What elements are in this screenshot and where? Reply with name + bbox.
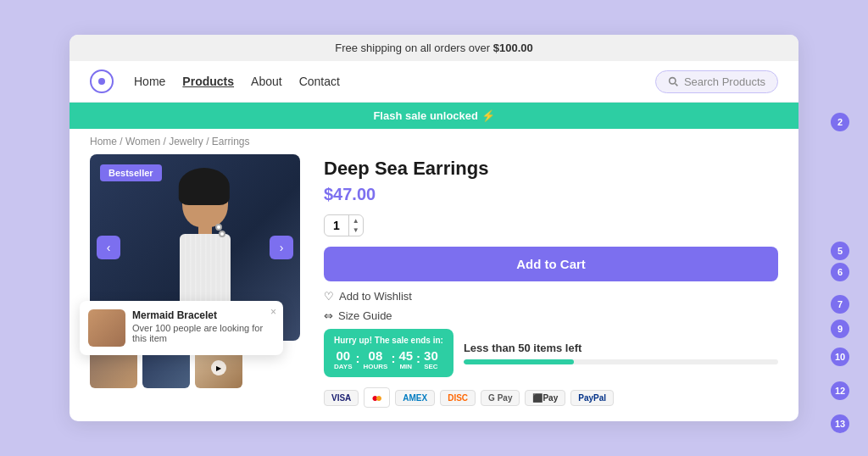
banner-text-suffix: on all orders over [402, 42, 493, 54]
days-label: DAYS [334, 363, 353, 370]
min-label: MIN [398, 363, 413, 370]
popup-text-area: Mermaid Bracelet Over 100 people are loo… [132, 309, 275, 347]
navigation: Home Products About Contact Search Produ… [70, 61, 798, 103]
payment-amex: AMEX [395, 390, 435, 406]
size-guide-label: Size Guide [338, 309, 392, 322]
min-unit: 45 MIN [398, 348, 413, 370]
hours-label: HOURS [364, 363, 388, 370]
nav-contact[interactable]: Contact [299, 74, 340, 89]
add-to-cart-button[interactable]: Add to Cart [324, 247, 778, 281]
annotation-6: 6 [831, 263, 849, 281]
popup-close-button[interactable]: × [270, 306, 276, 318]
min-value: 45 [398, 348, 413, 363]
size-guide-icon: ⇔ [324, 309, 333, 322]
colon-2: : [391, 351, 395, 365]
countdown-box: Hurry up! The sale ends in: 00 DAYS : 08… [324, 329, 453, 377]
breadcrumb: Home / Women / Jewelry / Earrings [70, 129, 798, 154]
hours-unit: 08 HOURS [364, 348, 388, 370]
stock-fill [464, 359, 574, 364]
flash-sale-bar: Flash sale unlocked ⚡ [70, 103, 798, 129]
sec-value: 30 [424, 348, 438, 363]
payment-icons: VISA ●● AMEX DISC G Pay ⬛Pay PayPal [324, 387, 778, 408]
woman-hair [179, 168, 230, 205]
stock-box: Less than 50 items left [464, 342, 778, 364]
hours-value: 08 [364, 348, 388, 363]
payment-google-pay: G Pay [481, 390, 520, 406]
countdown-timer: 00 DAYS : 08 HOURS : 45 MIN [334, 348, 443, 370]
annotation-9: 9 [831, 320, 849, 338]
top-banner: Free shipping on all orders over $100.00 [70, 35, 798, 61]
image-prev-button[interactable]: ‹ [97, 236, 120, 259]
flash-sale-text: Flash sale unlocked ⚡ [373, 109, 494, 122]
nav-about-link[interactable]: About [251, 75, 282, 88]
svg-point-0 [670, 77, 676, 83]
countdown-label: Hurry up! The sale ends in: [334, 336, 443, 345]
sec-label: SEC [424, 363, 438, 370]
main-content: Bestseller ‹ › [70, 154, 798, 421]
breadcrumb-path: Home / Women / Jewelry / Earrings [90, 136, 250, 147]
svg-line-1 [675, 83, 677, 86]
search-placeholder-text: Search Products [684, 75, 765, 88]
page-wrapper: 1 2 3 4 5 6 7 8 9 10 11 12 13 Free shipp… [0, 0, 868, 456]
search-bar[interactable]: Search Products [655, 70, 778, 93]
site-logo[interactable] [90, 70, 114, 93]
quantity-value: 1 [325, 215, 349, 236]
annotation-12: 12 [831, 381, 849, 400]
annotation-5: 5 [831, 242, 849, 260]
wishlist-label: Add to Wishlist [339, 290, 412, 303]
sec-unit: 30 SEC [424, 348, 438, 370]
product-info: Deep Sea Earrings $47.00 1 ▲ ▼ Add to Ca… [324, 154, 778, 408]
earring-dot-2 [219, 231, 225, 237]
size-guide-row[interactable]: ⇔ Size Guide [324, 309, 778, 322]
popup-product-image [88, 309, 125, 347]
popup-notification: Mermaid Bracelet Over 100 people are loo… [80, 301, 283, 355]
nav-home[interactable]: Home [134, 74, 165, 89]
nav-contact-link[interactable]: Contact [299, 75, 340, 88]
heart-icon: ♡ [324, 290, 334, 303]
popup-subtitle: Over 100 people are looking for this ite… [132, 323, 275, 343]
annotation-7: 7 [831, 295, 849, 314]
search-icon [668, 76, 679, 87]
days-unit: 00 DAYS [334, 348, 353, 370]
nav-products[interactable]: Products [182, 74, 234, 89]
payment-paypal: PayPal [570, 390, 614, 406]
logo-dot [98, 78, 105, 85]
site-container: Free shipping on all orders over $100.00… [70, 35, 798, 421]
colon-1: : [356, 351, 360, 365]
bestseller-badge: Bestseller [100, 164, 162, 181]
quantity-arrows: ▲ ▼ [349, 216, 363, 235]
payment-mastercard: ●● [364, 387, 390, 408]
nav-links: Home Products About Contact [134, 74, 635, 89]
nav-products-link[interactable]: Products [182, 75, 234, 88]
quantity-row: 1 ▲ ▼ [324, 214, 778, 236]
quantity-down-button[interactable]: ▼ [353, 225, 359, 235]
quantity-selector[interactable]: 1 ▲ ▼ [324, 214, 364, 236]
quantity-up-button[interactable]: ▲ [353, 216, 359, 225]
product-price: $47.00 [324, 185, 778, 204]
wishlist-row[interactable]: ♡ Add to Wishlist [324, 290, 778, 303]
earring-dot-1 [215, 224, 222, 231]
product-title: Deep Sea Earrings [324, 158, 778, 180]
annotation-2: 2 [831, 113, 849, 131]
video-play-icon[interactable]: ▶ [211, 360, 226, 375]
payment-discover: DISC [440, 390, 476, 406]
stock-text: Less than 50 items left [464, 342, 778, 354]
colon-3: : [416, 351, 420, 365]
countdown-stock-area: Hurry up! The sale ends in: 00 DAYS : 08… [324, 329, 778, 377]
banner-text-bold: $100.00 [493, 42, 533, 54]
annotation-10: 10 [831, 348, 849, 366]
payment-apple-pay: ⬛Pay [525, 390, 565, 406]
popup-product-title: Mermaid Bracelet [132, 309, 275, 321]
product-image-area: Bestseller ‹ › [90, 154, 300, 408]
annotation-13: 13 [831, 414, 849, 433]
stock-bar [464, 359, 778, 364]
days-value: 00 [334, 348, 353, 363]
nav-about[interactable]: About [251, 74, 282, 89]
banner-text-regular: Free shipping [335, 42, 402, 54]
image-next-button[interactable]: › [270, 236, 293, 259]
nav-home-link[interactable]: Home [134, 75, 165, 88]
payment-visa: VISA [324, 390, 359, 406]
